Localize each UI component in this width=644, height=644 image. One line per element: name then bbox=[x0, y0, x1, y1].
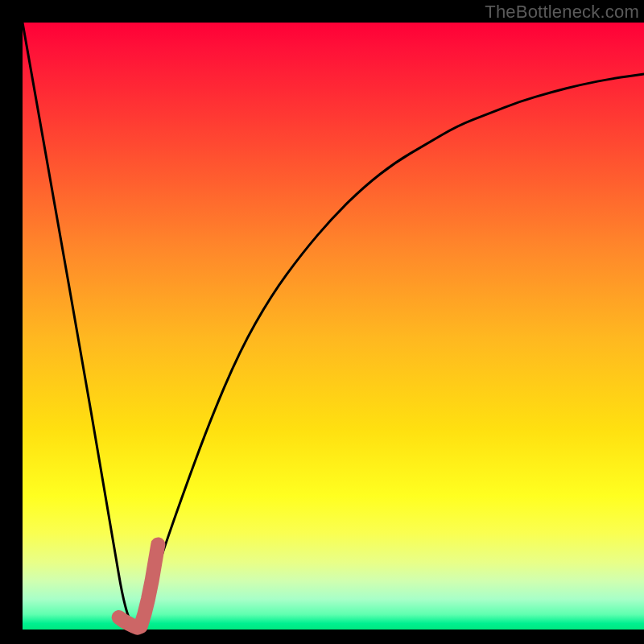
watermark-text: TheBottleneck.com bbox=[485, 2, 639, 23]
chart-frame: TheBottleneck.com bbox=[0, 0, 644, 644]
highlight-marker bbox=[119, 544, 159, 627]
bottleneck-curve-path bbox=[23, 23, 644, 625]
curve-layer bbox=[0, 0, 644, 644]
